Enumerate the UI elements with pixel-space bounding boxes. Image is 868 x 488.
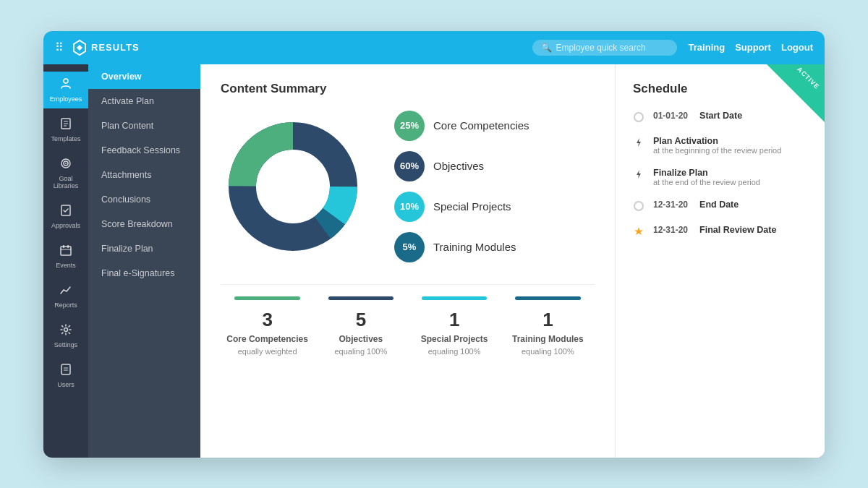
- legend-training-modules: 5% Training Modules: [394, 232, 529, 262]
- sidebar-item-employees[interactable]: Employees: [43, 72, 88, 108]
- final-review-icon: [633, 226, 644, 237]
- legend-badge-core: 25%: [394, 111, 425, 141]
- grid-icon[interactable]: ⠿: [55, 40, 64, 54]
- plan-activation-label: Plan Activation: [653, 136, 781, 146]
- employees-label: Employees: [50, 95, 82, 103]
- nav-finalize-plan[interactable]: Finalize Plan: [88, 236, 200, 261]
- sidebar-item-settings[interactable]: Settings: [43, 317, 88, 354]
- app-window: ⠿ RESULTS 🔍 Training Support Logout: [43, 31, 825, 458]
- stats-row: 3 Core Competencies equally weighted 5 O…: [221, 284, 595, 356]
- sidebar-item-goal-libraries[interactable]: Goal Libraries: [43, 151, 88, 195]
- stat-bar-special: [422, 296, 488, 300]
- stat-sub-objectives: equaling 100%: [334, 347, 387, 356]
- timeline-final-review: 12-31-20 Final Review Date: [633, 225, 807, 237]
- stat-bar-training: [515, 296, 581, 300]
- legend-badge-training: 5%: [394, 232, 425, 262]
- stat-training-modules: 1 Training Modules equaling 100%: [501, 296, 595, 356]
- nav-overview[interactable]: Overview: [88, 64, 200, 89]
- search-input[interactable]: [556, 43, 668, 53]
- timeline-plan-activation: Plan Activation at the beginning of the …: [633, 136, 807, 155]
- nav-activate-plan[interactable]: Activate Plan: [88, 89, 200, 114]
- svg-rect-9: [61, 247, 71, 255]
- reports-icon: [59, 283, 72, 299]
- finalize-plan-content: Finalize Plan at the end of the review p…: [653, 168, 760, 187]
- stat-sub-core: equally weighted: [238, 347, 297, 356]
- templates-icon: [59, 117, 72, 133]
- end-date-label: End Date: [699, 200, 739, 210]
- legend-core-competencies: 25% Core Competencies: [394, 111, 529, 141]
- svg-rect-14: [61, 364, 70, 374]
- legend-label-objectives: Objectives: [433, 160, 484, 172]
- nav-score-breakdown[interactable]: Score Breakdown: [88, 212, 200, 236]
- stat-sub-training: equaling 100%: [522, 347, 574, 356]
- events-label: Events: [56, 262, 76, 269]
- stat-sub-special: equaling 100%: [428, 347, 481, 356]
- stat-objectives: 5 Objectives equaling 100%: [314, 296, 407, 356]
- finalize-plan-label: Finalize Plan: [653, 168, 760, 178]
- final-review-content: 12-31-20 Final Review Date: [653, 225, 776, 235]
- main-content: Content Summary: [200, 64, 825, 458]
- chart-area: 25% Core Competencies 60% Objectives 10%…: [221, 111, 595, 262]
- users-icon: [59, 363, 72, 379]
- chart-legend: 25% Core Competencies 60% Objectives 10%…: [394, 111, 529, 262]
- legend-label-training: Training Modules: [433, 241, 516, 253]
- employees-icon: [59, 77, 72, 93]
- stat-number-training: 1: [542, 309, 553, 331]
- stat-special-projects: 1 Special Projects equaling 100%: [408, 296, 501, 356]
- svg-point-7: [65, 163, 67, 164]
- start-date-icon: [633, 111, 644, 123]
- finalize-plan-icon: [633, 168, 644, 180]
- plan-activation-content: Plan Activation at the beginning of the …: [653, 136, 781, 155]
- training-link[interactable]: Training: [689, 42, 726, 53]
- header-left: ⠿ RESULTS: [55, 39, 140, 56]
- plan-activation-sub: at the beginning of the review period: [653, 146, 781, 155]
- final-review-label: Final Review Date: [699, 225, 776, 235]
- sidebar-item-approvals[interactable]: Approvals: [43, 198, 88, 235]
- search-box[interactable]: 🔍: [532, 40, 677, 56]
- timeline-end-date: 12-31-20 End Date: [633, 200, 807, 212]
- stat-core-competencies: 3 Core Competencies equally weighted: [221, 296, 314, 356]
- content-panel: Content Summary: [200, 64, 615, 458]
- bolt-icon-2: [634, 169, 644, 179]
- nav-feedback-sessions[interactable]: Feedback Sessions: [88, 138, 200, 163]
- circle-icon-end: [634, 201, 644, 211]
- svg-point-13: [64, 328, 68, 331]
- start-date-content: 01-01-20 Start Date: [653, 111, 742, 121]
- end-date-value: 12-31-20: [653, 200, 688, 210]
- header: ⠿ RESULTS 🔍 Training Support Logout: [43, 31, 825, 64]
- legend-special-projects: 10% Special Projects: [394, 192, 529, 222]
- users-label: Users: [57, 381, 75, 388]
- active-badge-container: ACTIVE: [767, 64, 825, 122]
- search-icon: 🔍: [541, 43, 552, 53]
- stat-bar-objectives: [328, 296, 394, 300]
- stat-bar-core: [234, 296, 300, 300]
- nav-plan-content[interactable]: Plan Content: [88, 114, 200, 138]
- app-body: Employees Templates: [43, 64, 825, 458]
- support-link[interactable]: Support: [735, 42, 771, 53]
- schedule-panel: Schedule ACTIVE 01-01-20: [615, 64, 825, 458]
- sidebar-item-events[interactable]: Events: [43, 238, 88, 275]
- nav-attachments[interactable]: Attachments: [88, 163, 200, 187]
- approvals-icon: [59, 204, 72, 220]
- active-badge-triangle: [767, 64, 825, 122]
- nav-conclusions[interactable]: Conclusions: [88, 187, 200, 212]
- stat-name-special: Special Projects: [421, 334, 488, 344]
- legend-label-special: Special Projects: [433, 200, 511, 213]
- goal-libraries-icon: [59, 157, 72, 173]
- sidebar-item-users[interactable]: Users: [43, 357, 88, 394]
- reports-label: Reports: [54, 301, 77, 309]
- nav-sidebar: Overview Activate Plan Plan Content Feed…: [88, 64, 200, 458]
- nav-final-esignatures[interactable]: Final e-Signatures: [88, 261, 200, 286]
- bolt-icon: [634, 137, 644, 147]
- sidebar-item-reports[interactable]: Reports: [43, 278, 88, 314]
- sidebar-item-templates[interactable]: Templates: [43, 111, 88, 148]
- content-summary-title: Content Summary: [221, 82, 595, 96]
- logout-link[interactable]: Logout: [781, 42, 813, 53]
- icon-sidebar: Employees Templates: [43, 64, 88, 458]
- finalize-plan-sub: at the end of the review period: [653, 178, 760, 187]
- templates-label: Templates: [51, 135, 80, 142]
- header-right: 🔍 Training Support Logout: [532, 40, 813, 56]
- star-icon: [634, 226, 644, 236]
- stat-number-objectives: 5: [356, 309, 366, 331]
- plan-activation-icon: [633, 137, 644, 148]
